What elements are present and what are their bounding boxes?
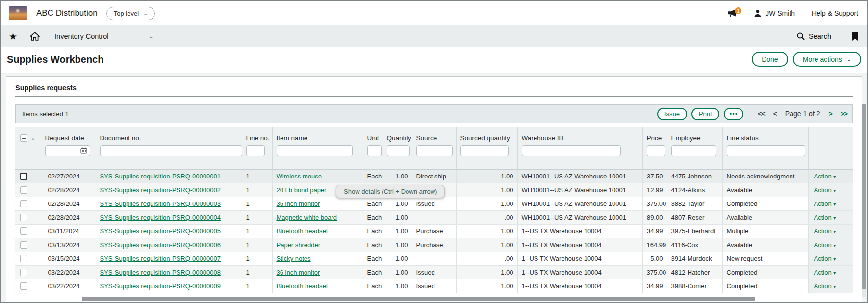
table-row[interactable]: 02/28/2024SYS-Supplies requisition-PSRQ-… <box>15 197 853 210</box>
row-checkbox[interactable] <box>20 173 27 180</box>
table-row[interactable]: 02/27/2024SYS-Supplies requisition-PSRQ-… <box>15 169 853 183</box>
horizontal-scrollbar-thumb[interactable] <box>82 297 755 301</box>
more-toolbar-actions-button[interactable]: ••• <box>724 108 744 120</box>
document-link[interactable]: SYS-Supplies requisition-PSRQ-00000002 <box>100 186 221 194</box>
row-select-cell <box>15 238 41 252</box>
last-page-button[interactable]: >> <box>841 110 847 118</box>
table-row[interactable]: 03/22/2024SYS-Supplies requisition-PSRQ-… <box>15 265 853 279</box>
print-button[interactable]: Print <box>691 108 719 120</box>
filter-line-no-input[interactable] <box>246 145 265 156</box>
previous-page-button[interactable]: < <box>773 110 777 118</box>
bookmark-button[interactable] <box>852 32 858 41</box>
item-link[interactable]: Bluetooth headset <box>277 282 328 290</box>
vertical-scrollbar[interactable] <box>862 104 866 297</box>
document-link[interactable]: SYS-Supplies requisition-PSRQ-00000007 <box>100 255 221 262</box>
document-link[interactable]: SYS-Supplies requisition-PSRQ-00000005 <box>100 227 221 235</box>
item-link[interactable]: Sticky notes <box>277 255 311 262</box>
item-link[interactable]: 36 inch monitor <box>277 200 320 207</box>
search-button[interactable]: Search <box>797 32 831 40</box>
user-menu[interactable]: JW Smith <box>754 9 795 18</box>
item-link[interactable]: 20 Lb bond paper <box>277 186 327 194</box>
table-row[interactable]: 03/22/2024SYS-Supplies requisition-PSRQ-… <box>15 279 853 293</box>
column-header[interactable]: Price <box>642 127 667 144</box>
person-icon <box>754 9 762 18</box>
row-action-menu[interactable]: Action ▾ <box>814 186 836 194</box>
filter-document-no-input[interactable] <box>100 145 242 156</box>
row-action-menu[interactable]: Action ▾ <box>814 173 836 180</box>
calendar-icon[interactable] <box>80 147 87 154</box>
done-button[interactable]: Done <box>752 52 788 67</box>
unit-cell: Each <box>363 279 383 293</box>
row-checkbox[interactable] <box>20 241 27 249</box>
column-header[interactable]: Employee <box>667 127 722 144</box>
column-header[interactable]: Warehouse ID <box>517 127 642 144</box>
row-action-menu[interactable]: Action ▾ <box>814 200 836 207</box>
filter-price-input[interactable] <box>647 145 665 156</box>
column-header[interactable]: Line status <box>722 127 808 144</box>
filter-source-input[interactable] <box>416 145 453 156</box>
table-row[interactable]: 02/28/2024SYS-Supplies requisition-PSRQ-… <box>15 210 853 224</box>
column-header[interactable]: Source <box>412 127 456 144</box>
row-action-menu[interactable]: Action ▾ <box>814 269 836 276</box>
column-header[interactable]: Item name <box>272 127 363 144</box>
table-row[interactable]: 03/15/2024SYS-Supplies requisition-PSRQ-… <box>15 252 853 265</box>
row-action-menu[interactable]: Action ▾ <box>814 282 836 290</box>
selection-menu-chevron[interactable]: ⌄ <box>31 135 35 141</box>
select-all-checkbox[interactable] <box>20 134 27 142</box>
table-row[interactable]: 03/13/2024SYS-Supplies requisition-PSRQ-… <box>15 238 853 252</box>
filter-employee-input[interactable] <box>671 145 716 156</box>
issue-button[interactable]: Issue <box>657 108 687 120</box>
row-action-menu[interactable]: Action ▾ <box>814 227 836 235</box>
item-link[interactable]: Bluetooth headset <box>277 227 328 235</box>
filter-unit-input[interactable] <box>367 145 382 156</box>
document-link[interactable]: SYS-Supplies requisition-PSRQ-00000006 <box>100 241 221 249</box>
row-checkbox[interactable] <box>20 214 27 221</box>
table-row[interactable]: 03/11/2024SYS-Supplies requisition-PSRQ-… <box>15 224 853 238</box>
home-button[interactable] <box>30 32 40 41</box>
next-page-button[interactable]: > <box>828 110 832 118</box>
row-checkbox[interactable] <box>20 200 27 207</box>
filter-quantity-input[interactable] <box>387 145 410 156</box>
search-label: Search <box>809 32 831 40</box>
help-support-link[interactable]: Help & Support <box>812 9 858 17</box>
item-link[interactable]: Magnetic white board <box>277 214 337 221</box>
module-dropdown[interactable]: Inventory Control ⌄ <box>54 32 153 40</box>
company-logo[interactable] <box>9 6 27 20</box>
page-title: Supplies Workbench <box>7 54 103 65</box>
column-header[interactable]: Request date <box>41 127 96 144</box>
document-link[interactable]: SYS-Supplies requisition-PSRQ-00000003 <box>100 200 221 207</box>
vertical-scrollbar-thumb[interactable] <box>862 104 866 289</box>
item-link[interactable]: Paper shredder <box>277 241 321 249</box>
column-header[interactable]: Document no. <box>96 127 242 144</box>
more-actions-button[interactable]: More actions ⌄ <box>793 52 861 67</box>
row-checkbox[interactable] <box>20 255 27 262</box>
document-link[interactable]: SYS-Supplies requisition-PSRQ-00000001 <box>100 173 221 180</box>
sourced-quantity-cell: 1.00 <box>456 197 517 210</box>
announcements-button[interactable]: 1 <box>727 9 737 18</box>
column-header[interactable]: Quantity <box>383 127 412 144</box>
column-header[interactable]: Unit <box>363 127 383 144</box>
row-action-menu[interactable]: Action ▾ <box>814 255 836 262</box>
document-link[interactable]: SYS-Supplies requisition-PSRQ-00000009 <box>100 282 221 290</box>
item-link[interactable]: 36 inch monitor <box>277 269 320 276</box>
document-link[interactable]: SYS-Supplies requisition-PSRQ-00000008 <box>100 269 221 276</box>
row-checkbox[interactable] <box>20 269 27 276</box>
row-action-menu[interactable]: Action ▾ <box>814 214 836 221</box>
document-link[interactable]: SYS-Supplies requisition-PSRQ-00000004 <box>100 214 221 221</box>
org-switcher[interactable]: Top level ⌄ <box>106 7 155 20</box>
filter-sourced-quantity-input[interactable] <box>460 145 509 156</box>
row-checkbox[interactable] <box>20 282 27 290</box>
first-page-button[interactable]: << <box>758 110 765 118</box>
column-header[interactable]: Line no. <box>242 127 272 144</box>
column-header[interactable]: Sourced quantity <box>456 127 517 144</box>
row-checkbox[interactable] <box>20 186 27 194</box>
filter-warehouse-id-input[interactable] <box>522 145 621 156</box>
employee-cell: 4812-Hatcher <box>667 265 722 279</box>
favorites-star-icon[interactable]: ★ <box>9 32 17 41</box>
line-no-cell: 1 <box>242 169 272 183</box>
filter-item-name-input[interactable] <box>277 145 353 156</box>
row-action-menu[interactable]: Action ▾ <box>814 241 836 249</box>
row-checkbox[interactable] <box>20 227 27 235</box>
filter-line-status-input[interactable] <box>727 145 805 156</box>
item-link[interactable]: Wireless mouse <box>277 173 322 180</box>
